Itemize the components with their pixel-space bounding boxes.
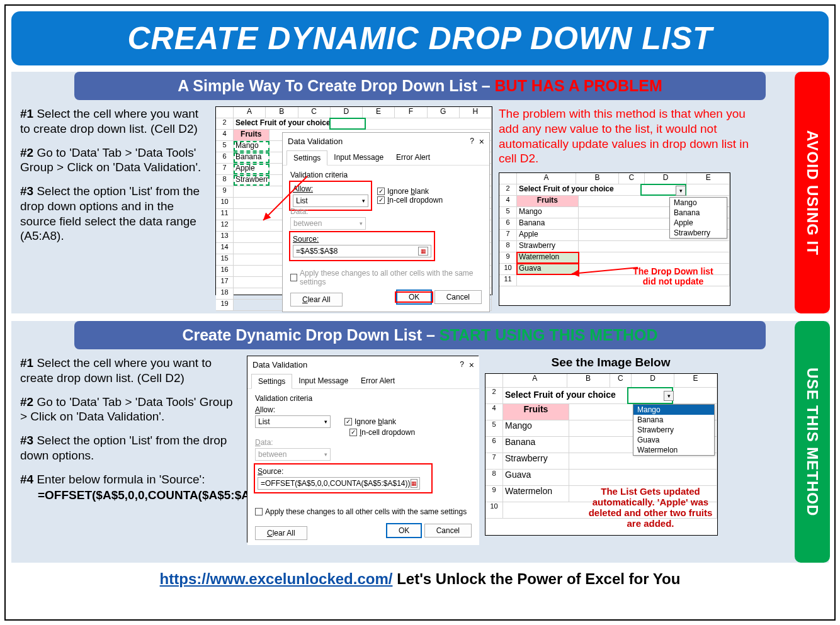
ok-button[interactable]: OK <box>386 523 422 538</box>
ignore-blank-checkbox[interactable]: ✓Ignore blank <box>377 187 482 196</box>
apply-all-checkbox: Apply these changes to all other cells w… <box>290 269 482 286</box>
step-1: #1 Select the cell where you want to cre… <box>20 356 241 386</box>
section1-right: The problem with this method is that whe… <box>499 106 763 306</box>
help-icon[interactable]: ? <box>470 137 474 147</box>
source-input[interactable]: =$A$5:$A$8▦ <box>293 245 431 257</box>
apply-all-checkbox[interactable]: Apply these changes to all other cells w… <box>255 507 472 516</box>
dropdown-list[interactable]: Mango Banana Strawberry Guava Watermelon <box>633 404 715 456</box>
step-3: #3 Select the option 'List' from the dro… <box>20 184 209 244</box>
see-image-label: See the Image Below <box>485 356 737 369</box>
section2-steps: #1 Select the cell where you want to cre… <box>20 356 241 543</box>
allow-dropdown[interactable]: List▾ <box>255 415 331 428</box>
step-4: #4 Enter below formula in 'Source': <box>20 472 241 487</box>
step-2: #2 Go to 'Data' Tab > 'Data Tools' Group… <box>20 145 209 176</box>
section2-columns: #1 Select the cell where you want to cre… <box>11 356 829 543</box>
help-icon[interactable]: ? <box>460 360 464 370</box>
clear-all-button[interactable]: Clear All <box>255 526 307 540</box>
dropdown-list[interactable]: Mango Banana Apple Strawberry <box>669 197 727 239</box>
callout-not-updated: The Drop Down listdid not update <box>623 266 724 286</box>
data-dropdown: between▾ <box>255 448 331 461</box>
footer: https://www.excelunlocked.com/ Let's Unl… <box>6 570 834 588</box>
section2-result-demo: ABCDE 2Select Fruit of your choice 4Frui… <box>485 373 718 536</box>
main-title: CREATE DYNAMIC DROP DOWN LIST <box>11 20 829 57</box>
callout-updated: The List Gets updated automatically. 'Ap… <box>587 486 713 529</box>
cancel-button[interactable]: Cancel <box>424 524 472 538</box>
tab-error-alert[interactable]: Error Alert <box>390 150 436 165</box>
page: CREATE DYNAMIC DROP DOWN LIST AVOID USIN… <box>0 0 840 625</box>
close-icon[interactable]: × <box>479 137 484 147</box>
side-tab-use: USE THIS METHOD <box>795 321 830 563</box>
section2-right: See the Image Below ABCDE 2Select Fruit … <box>485 356 737 543</box>
ok-button[interactable]: OK <box>396 290 432 305</box>
data-dropdown: between▾ <box>290 217 366 230</box>
data-validation-dialog: Data Validation?× Settings Input Message… <box>247 356 479 545</box>
section2-heading: Create Dynamic Drop Down List – START US… <box>74 321 766 349</box>
close-icon[interactable]: × <box>469 360 474 370</box>
sheet-row: 2Select Fruit of your choice <box>216 118 492 130</box>
range-picker-icon[interactable]: ▦ <box>411 479 417 488</box>
allow-dropdown[interactable]: List▾ <box>293 194 368 207</box>
inner-frame: CREATE DYNAMIC DROP DOWN LIST AVOID USIN… <box>4 4 836 621</box>
dropdown-button-icon[interactable]: ▾ <box>664 391 674 401</box>
dialog-tabs: Settings Input Message Error Alert <box>283 150 489 166</box>
incell-dropdown-checkbox[interactable]: ✓In-cell dropdown <box>349 428 472 437</box>
offset-formula: =OFFSET($A$5,0,0,COUNTA($A$5:$A$14)) <box>20 488 241 503</box>
section1-steps: #1 Select the cell where you want to cre… <box>20 106 209 306</box>
range-picker-icon[interactable]: ▦ <box>418 247 428 256</box>
data-validation-dialog: Data Validation ? × Settings Input Messa… <box>282 132 490 312</box>
dialog-body: Validation criteria Allow: List▾ ✓Ignore… <box>283 166 489 312</box>
tab-settings[interactable]: Settings <box>251 374 292 389</box>
side-tab-avoid: AVOID USING IT <box>795 72 830 313</box>
clear-all-button[interactable]: Clear All <box>290 293 343 307</box>
tab-input-message[interactable]: Input Message <box>327 150 390 165</box>
cancel-button[interactable]: Cancel <box>434 290 482 304</box>
ignore-blank-checkbox[interactable]: ✓Ignore blank <box>344 417 396 426</box>
column-headers: ABCDEFGH <box>216 107 492 118</box>
main-title-bar: CREATE DYNAMIC DROP DOWN LIST <box>11 11 829 65</box>
chevron-down-icon: ▾ <box>362 198 365 204</box>
tab-error-alert[interactable]: Error Alert <box>355 374 401 388</box>
section-simple-method: AVOID USING IT A Simple Way To Create Dr… <box>11 72 829 313</box>
source-input[interactable]: =OFFSET($A$5,0,0,COUNTA($A$5:$A$14))▦ <box>258 477 420 490</box>
incell-dropdown-checkbox[interactable]: ✓In-cell dropdown <box>377 196 482 205</box>
tab-settings[interactable]: Settings <box>287 150 327 166</box>
step-3: #3 Select the option 'List' from the dro… <box>20 433 241 463</box>
step-2: #2 Go to 'Data' Tab > 'Data Tools' Group… <box>20 395 241 425</box>
dropdown-button-icon[interactable]: ▾ <box>676 186 686 196</box>
section2-dialog-demo: Data Validation?× Settings Input Message… <box>247 356 479 543</box>
step-1: #1 Select the cell where you want to cre… <box>20 106 209 137</box>
section1-excel-demo: ABCDEFGH 2Select Fruit of your choice 4F… <box>215 106 492 295</box>
tab-input-message[interactable]: Input Message <box>292 374 355 388</box>
section1-heading: A Simple Way To Create Drop Down List – … <box>74 72 766 100</box>
section1-result-demo: ABCDE 2Select Fruit of your choice 4Frui… <box>499 172 730 306</box>
section-dynamic-method: USE THIS METHOD Create Dynamic Drop Down… <box>11 321 829 563</box>
dialog-titlebar: Data Validation ? × <box>283 133 489 150</box>
problem-description: The problem with this method is that whe… <box>499 106 763 166</box>
footer-link[interactable]: https://www.excelunlocked.com/ <box>160 570 393 587</box>
section1-columns: #1 Select the cell where you want to cre… <box>11 106 829 306</box>
